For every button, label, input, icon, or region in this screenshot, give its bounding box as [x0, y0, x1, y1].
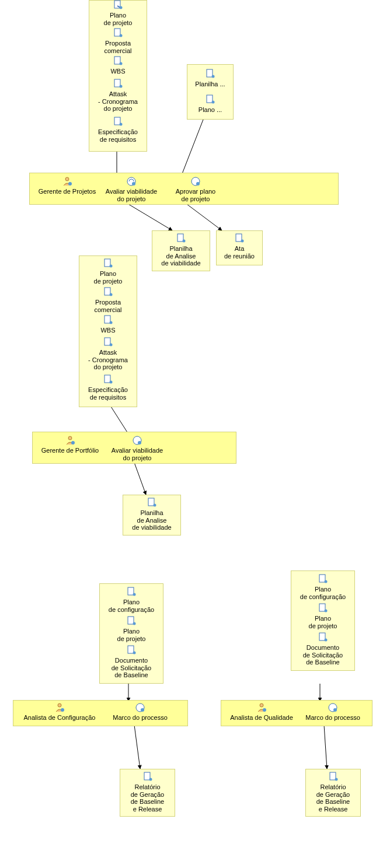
task[interactable]: Marco do processo	[298, 702, 368, 722]
svg-point-73	[335, 778, 337, 781]
doc-icon	[318, 574, 328, 584]
artifact: WBS	[79, 315, 137, 334]
artifact-label: Planode projeto	[309, 615, 337, 629]
svg-line-5	[134, 463, 146, 495]
svg-point-69	[263, 708, 266, 712]
artifact-label: Planode configuração	[109, 598, 154, 613]
task[interactable]: Avaliar viabilidadedo projeto	[102, 176, 161, 202]
artifact-label: Planode configuração	[300, 586, 346, 600]
artifact: Plano ...	[187, 94, 234, 114]
artifact: Planode projeto	[89, 0, 147, 26]
svg-point-68	[260, 704, 263, 707]
svg-point-56	[58, 704, 61, 707]
svg-point-67	[325, 639, 328, 642]
artifact: Planilhade Analisede viabilidade	[123, 498, 181, 531]
task-label: Marco do processo	[305, 714, 360, 721]
doc-icon	[328, 772, 339, 782]
svg-point-41	[110, 344, 113, 346]
artifact: Planode projeto	[99, 616, 163, 642]
artifact-label: Attask- Cronogramado projeto	[98, 90, 138, 112]
doc-icon	[103, 315, 113, 326]
task[interactable]: Aprovar planode projeto	[166, 176, 225, 202]
artifact: Propostacomercial	[89, 28, 147, 54]
artifact-label: Propostacomercial	[104, 40, 131, 54]
svg-point-44	[68, 436, 72, 440]
svg-point-53	[133, 622, 136, 625]
svg-rect-12	[114, 29, 120, 36]
artifact-label: Especificaçãode requisitos	[88, 386, 128, 401]
svg-rect-40	[105, 338, 110, 345]
svg-rect-32	[236, 234, 242, 242]
doc-icon	[147, 498, 157, 508]
role: Analista de Qualidade	[224, 702, 300, 722]
artifact: Propostacomercial	[79, 287, 137, 313]
artifact-label: Planode projeto	[117, 628, 146, 642]
svg-point-13	[120, 34, 123, 37]
artifact: Planilhade Analisede viabilidade	[152, 233, 210, 267]
task-icon	[135, 702, 145, 713]
artifact: Relatóriode Geraçãode Baselinee Release	[305, 772, 361, 813]
svg-rect-16	[114, 79, 120, 87]
svg-point-49	[154, 504, 156, 507]
task-label: Avaliar viabilidadedo projeto	[112, 447, 163, 461]
svg-point-19	[120, 123, 123, 126]
doc-icon	[113, 56, 123, 66]
svg-rect-72	[330, 772, 336, 780]
svg-point-45	[71, 441, 75, 444]
task[interactable]: Marco do processo	[105, 702, 175, 722]
svg-point-63	[325, 580, 328, 583]
svg-point-55	[133, 652, 136, 654]
artifact: Attask- Cronogramado projeto	[89, 79, 147, 113]
artifact-label: Planilha ...	[195, 80, 225, 88]
role-label: Gerente de Projetos	[39, 188, 96, 195]
doc-icon	[126, 645, 137, 656]
person-icon	[62, 176, 72, 187]
svg-point-51	[133, 593, 136, 596]
role-label: Gerente de Portfólio	[41, 447, 99, 454]
person-icon	[256, 702, 267, 713]
svg-line-7	[134, 725, 140, 769]
artifact-label: Attask- Cronogramado projeto	[88, 349, 128, 370]
svg-point-27	[132, 182, 135, 186]
artifact-label: Relatóriode Geraçãode Baselinee Release	[131, 783, 165, 813]
svg-rect-36	[105, 288, 110, 295]
svg-rect-30	[177, 234, 183, 242]
svg-rect-52	[128, 617, 134, 624]
person-icon	[65, 435, 75, 446]
task-icon	[126, 176, 137, 187]
doc-icon	[205, 94, 215, 105]
doc-icon	[142, 772, 153, 782]
doc-icon	[176, 233, 186, 244]
artifact-label: Documentode Solicitaçãode Baseline	[303, 644, 343, 666]
svg-point-29	[196, 182, 200, 186]
doc-icon	[234, 233, 245, 244]
task-label: Marco do processo	[113, 714, 168, 721]
doc-icon	[103, 337, 113, 348]
doc-icon	[113, 117, 123, 127]
artifact-label: Planode projeto	[104, 12, 133, 26]
artifact: Planilha ...	[187, 69, 234, 88]
artifact-label: Plano ...	[199, 106, 222, 113]
doc-icon	[113, 0, 123, 10]
svg-point-17	[120, 85, 123, 88]
task-icon	[132, 435, 142, 446]
svg-rect-34	[105, 259, 110, 267]
svg-point-59	[141, 708, 144, 712]
person-icon	[54, 702, 65, 713]
svg-point-15	[120, 62, 123, 65]
task[interactable]: Avaliar viabilidadedo projeto	[108, 435, 166, 461]
svg-line-1	[180, 120, 203, 180]
role-label: Analista de Configuração	[24, 714, 96, 721]
svg-point-71	[333, 708, 337, 712]
artifact: Documentode Solicitaçãode Baseline	[99, 645, 163, 679]
svg-rect-64	[319, 604, 325, 611]
doc-icon	[103, 258, 113, 269]
svg-point-37	[110, 293, 113, 296]
doc-icon	[205, 69, 215, 79]
artifact-label: WBS	[110, 68, 125, 75]
svg-rect-54	[128, 646, 134, 653]
svg-line-9	[324, 725, 327, 769]
doc-icon	[126, 616, 137, 626]
svg-point-35	[110, 265, 113, 268]
artifact: Documentode Solicitaçãode Baseline	[291, 632, 355, 666]
